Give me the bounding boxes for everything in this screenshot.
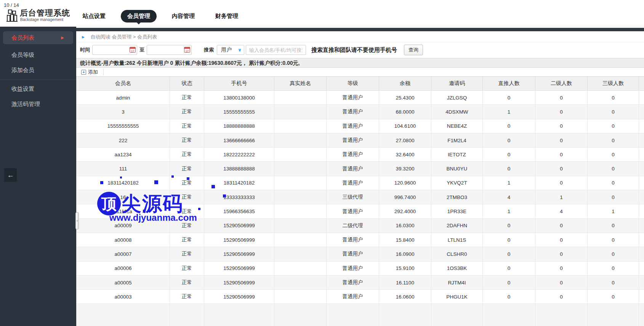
table-cell (588, 304, 639, 326)
query-button[interactable]: 查询 (404, 45, 423, 55)
table-header-row: 会员名状态手机号真实姓名等级余额邀请码直推人数二级人数三级人数 (77, 77, 644, 91)
select-value: 用户 (221, 47, 232, 53)
table-cell (431, 304, 483, 326)
table-cell: 0 (535, 119, 588, 133)
table-cell: 普通用户 (327, 275, 379, 289)
table-row: 16正常13333333333三级代理996.74002TMBO3410 (77, 190, 644, 204)
table-cell: 1OS3BK (431, 261, 483, 275)
content-top-strip (76, 28, 644, 31)
table-cell: 13800138000 (204, 91, 274, 105)
table-cell: 正常 (170, 148, 204, 162)
column-header: 手机号 (204, 77, 274, 91)
table-cell: 0 (535, 176, 588, 190)
table-cell: 222 (77, 133, 170, 147)
table-cell: a00009 (77, 218, 170, 233)
sidebar-divider (0, 79, 76, 80)
table-cell (639, 304, 644, 326)
calendar-icon[interactable]: 17 (130, 47, 136, 53)
table-cell: a00005 (77, 275, 170, 289)
table-cell: 0 (535, 133, 588, 147)
sidebar-menu: 会员列表▶会员等级添加会员收益设置激活码管理 (0, 27, 76, 112)
table-cell: 18311420182 (77, 176, 170, 190)
table-cell (170, 304, 204, 326)
sidebar-item[interactable]: 会员等级 (0, 47, 76, 63)
table-cell: RJTM4I (431, 275, 483, 289)
stats-text: 统计概览-用户数量:262 今日新增用户 0 累计账户余额:19630.8607… (80, 60, 300, 66)
keyword-input[interactable] (246, 45, 306, 55)
sidebar-item-label: 会员列表 (11, 34, 34, 41)
sidebar-item[interactable]: 添加会员 (0, 63, 76, 78)
table-cell: 120.9600 (379, 176, 431, 190)
column-header: 状态 (170, 77, 204, 91)
table-cell: 16 (77, 190, 170, 204)
table-row: admin正常13800138000普通用户25.4300JZLGSQ000 (77, 91, 644, 105)
table-cell: IETOTZ (431, 148, 483, 162)
table-row: 3正常15555555555普通用户68.00004DSXMW100 (77, 105, 644, 119)
sidebar-item[interactable]: 收益设置 (0, 81, 76, 96)
table-cell: 0 (483, 133, 535, 147)
table-cell: 2DAFHN (431, 218, 483, 233)
table-cell-cut (639, 261, 644, 275)
nav-tab[interactable]: 会员管理 (121, 10, 157, 22)
table-cell (379, 304, 431, 326)
top-header: 10 / 14 后台管理系统 Backstage management 站点设置… (0, 0, 644, 27)
collapse-back-button[interactable]: ← (4, 168, 17, 182)
breadcrumb-arrow-icon[interactable]: ▶ (82, 35, 85, 39)
date-to-wrap: 17 (147, 45, 192, 55)
table-cell: 15555555555 (77, 119, 170, 133)
table-cell: 正常 (170, 204, 204, 218)
table-cell (274, 162, 327, 176)
table-cell: 三级代理 (327, 190, 379, 204)
left-arrow-icon: ← (7, 171, 14, 179)
table-cell: 正常 (170, 290, 204, 304)
table-cell-cut (639, 290, 644, 304)
table-cell: NEBE4Z (431, 119, 483, 133)
table-cell: 13888888888 (204, 162, 274, 176)
table-cell (274, 275, 327, 289)
table-cell: 0 (588, 148, 639, 162)
table-cell (274, 233, 327, 247)
nav-tab[interactable]: 站点设置 (77, 10, 111, 22)
table-cell: 0 (588, 218, 639, 233)
chevron-down-icon: ∨ (238, 47, 242, 53)
table-cell: 16.0900 (379, 247, 431, 261)
table-row: a00006正常15290506999普通用户15.91001OS3BK000 (77, 261, 644, 275)
nav-tab[interactable]: 内容管理 (167, 10, 200, 22)
sidebar-item[interactable]: 会员列表▶ (3, 31, 73, 44)
table-cell: 0 (535, 148, 588, 162)
table-cell: 0 (588, 275, 639, 289)
table-cell-cut (639, 233, 644, 247)
search-type-select[interactable]: 用户 ∨ (217, 45, 244, 55)
table-cell (274, 190, 327, 204)
sidebar-resize-handle[interactable]: ‹ (75, 212, 79, 230)
table-cell: 0 (483, 247, 535, 261)
table-cell: 1 (483, 176, 535, 190)
column-header: 真实姓名 (274, 77, 327, 91)
table-cell-cut (639, 275, 644, 289)
nav-tab[interactable]: 财务管理 (210, 10, 244, 22)
table-row: a00007正常15290506999普通用户16.0900CLSHR0000 (77, 247, 644, 261)
table-cell-cut (639, 162, 644, 176)
table-row: 111111a正常15966356635普通用户292.40001PR33E14… (77, 204, 644, 218)
active-arrow-icon: ▶ (61, 31, 64, 44)
table-cell: admin (77, 91, 170, 105)
table-cell: 4 (535, 204, 588, 218)
table-cell: aa1234 (77, 148, 170, 162)
sidebar-item[interactable]: 激活码管理 (0, 96, 76, 112)
logo-subtitle: Backstage management (20, 17, 63, 22)
add-button[interactable]: + 添加 (80, 69, 99, 75)
column-header: 邀请码 (431, 77, 483, 91)
table-cell: LTLN1S (431, 233, 483, 247)
table-cell: 普通用户 (327, 204, 379, 218)
calendar-icon[interactable]: 17 (184, 47, 190, 53)
table-cell (274, 204, 327, 218)
table-cell: 0 (483, 275, 535, 289)
table-cell: 15290506999 (204, 233, 274, 247)
table-cell: 15290506999 (204, 275, 274, 289)
page: 10 / 14 后台管理系统 Backstage management 站点设置… (0, 0, 644, 326)
table-cell: 104.6100 (379, 119, 431, 133)
table-cell: 13333333333 (204, 190, 274, 204)
table-cell: YKVQ2T (431, 176, 483, 190)
to-label: 至 (139, 47, 144, 53)
table-cell: 0 (535, 218, 588, 233)
